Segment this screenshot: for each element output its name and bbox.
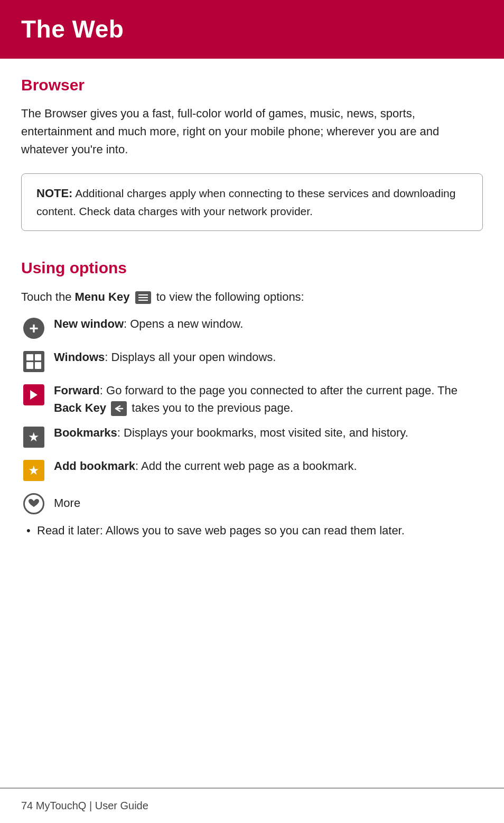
menu-key-icon [135, 291, 151, 304]
forward-icon [21, 382, 46, 408]
page-title: The Web [21, 12, 483, 47]
new-window-icon: + [21, 316, 46, 341]
note-text: Additional charges apply when connecting… [36, 187, 455, 217]
add-bookmark-label: Add bookmark [54, 459, 135, 473]
add-bookmark-icon: ★ [21, 458, 46, 483]
forward-label: Forward [54, 384, 100, 397]
add-bookmark-desc: : Add the current web page as a bookmark… [135, 459, 357, 473]
windows-desc: : Displays all your open windows. [105, 350, 276, 364]
hamburger-icon [136, 292, 151, 303]
touch-menu-intro: Touch the Menu Key to view the following… [21, 288, 483, 306]
option-add-bookmark: ★ Add bookmark: Add the current web page… [21, 457, 483, 483]
more-heart-icon [27, 498, 40, 509]
option-add-bookmark-text: Add bookmark: Add the current web page a… [54, 457, 483, 475]
intro-text-before: Touch the [21, 290, 75, 303]
browser-description: The Browser gives you a fast, full-color… [21, 105, 483, 159]
browser-section: Browser The Browser gives you a fast, fu… [21, 73, 483, 231]
browser-section-title: Browser [21, 73, 483, 97]
option-bookmarks: ★ Bookmarks: Displays your bookmarks, mo… [21, 424, 483, 450]
more-label: More [54, 495, 80, 512]
more-option-row: More [21, 491, 483, 516]
bookmarks-icon: ★ [21, 424, 46, 450]
bookmarks-desc: : Displays your bookmarks, most visited … [117, 426, 408, 439]
option-forward: Forward: Go forward to the page you conn… [21, 382, 483, 417]
option-windows: Windows: Displays all your open windows. [21, 348, 483, 374]
footer-guide-text: MyTouchQ | User Guide [36, 800, 148, 811]
new-window-desc: : Opens a new window. [124, 317, 243, 330]
menu-key-label: Menu Key [75, 290, 130, 303]
intro-text-after: to view the following options: [156, 290, 304, 303]
using-options-title: Using options [21, 256, 483, 280]
note-box: NOTE: Additional charges apply when conn… [21, 173, 483, 231]
read-it-later-text: Read it later: Allows you to save web pa… [37, 522, 405, 539]
new-window-label: New window [54, 317, 124, 330]
bullet-items: • Read it later: Allows you to save web … [21, 522, 483, 539]
windows-label: Windows [54, 350, 105, 364]
svg-marker-0 [30, 390, 38, 400]
options-list: + New window: Opens a new window. [21, 315, 483, 483]
windows-icon [21, 349, 46, 374]
option-windows-text: Windows: Displays all your open windows. [54, 348, 483, 366]
page-header: The Web [0, 0, 504, 59]
back-key-label: Back Key [54, 401, 106, 414]
more-icon [21, 491, 46, 516]
bullet-dot: • [26, 522, 37, 539]
page-content: Browser The Browser gives you a fast, fu… [0, 73, 504, 539]
option-new-window-text: New window: Opens a new window. [54, 315, 483, 332]
read-it-later-desc: : Allows you to save web pages so you ca… [100, 524, 405, 537]
note-label: NOTE: [36, 187, 72, 200]
option-new-window: + New window: Opens a new window. [21, 315, 483, 341]
page-footer: 74 MyTouchQ | User Guide [0, 788, 504, 823]
forward-desc-end: takes you to the previous page. [132, 401, 293, 414]
option-bookmarks-text: Bookmarks: Displays your bookmarks, most… [54, 424, 483, 441]
forward-arrow-svg [27, 389, 41, 401]
read-it-later-item: • Read it later: Allows you to save web … [26, 522, 483, 539]
option-forward-text: Forward: Go forward to the page you conn… [54, 382, 483, 417]
back-key-icon [111, 401, 127, 416]
forward-desc: : Go forward to the page you connected t… [100, 384, 458, 397]
using-options-section: Using options Touch the Menu Key to view… [21, 256, 483, 539]
footer-page-number: 74 [21, 800, 33, 811]
bookmarks-label: Bookmarks [54, 426, 117, 439]
read-it-later-label: Read it later [37, 524, 100, 537]
